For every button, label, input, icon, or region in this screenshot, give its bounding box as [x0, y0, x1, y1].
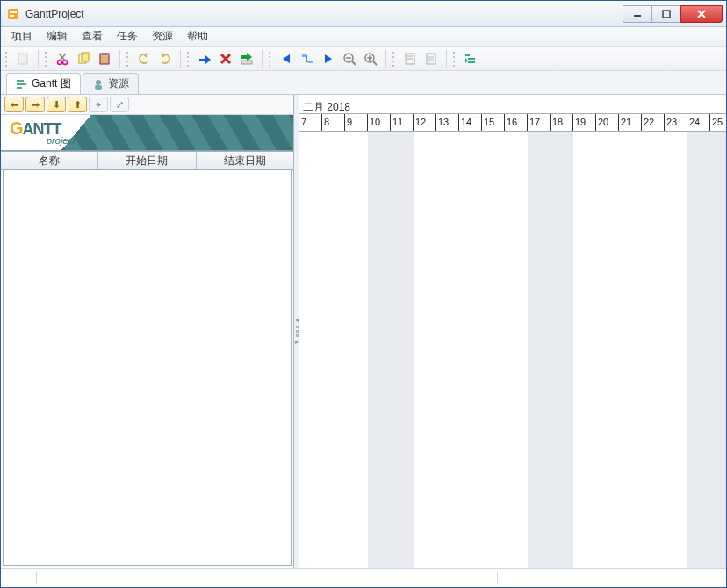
logo-banner: GANTT project	[1, 114, 293, 151]
day-header-cell: 10	[368, 114, 391, 131]
svg-point-8	[58, 60, 62, 64]
day-scale: 78910111213141516171819202122232425	[299, 113, 726, 131]
toolbar-grip	[452, 50, 457, 68]
col-name-header[interactable]: 名称	[1, 152, 98, 169]
nav-center-button[interactable]: ⌖	[89, 97, 108, 112]
menu-item-1[interactable]: 编辑	[40, 27, 75, 46]
svg-rect-15	[102, 53, 107, 55]
day-header-cell: 15	[482, 114, 505, 131]
day-column	[391, 132, 414, 568]
day-column	[345, 132, 368, 568]
day-header-cell: 16	[505, 114, 528, 131]
task-nav-toolbar: ⬅➡⬇⬆⌖⤢	[1, 95, 293, 114]
back-button[interactable]	[277, 49, 296, 68]
splitter-left-icon: ◂	[295, 317, 299, 324]
statusbar-separator	[36, 572, 37, 584]
statusbar-separator	[497, 572, 498, 584]
svg-rect-1	[10, 11, 17, 13]
new-file-button[interactable]	[13, 49, 32, 68]
close-button[interactable]	[680, 5, 723, 23]
col-end-header[interactable]: 结束日期	[197, 152, 293, 169]
day-header-cell: 14	[459, 114, 482, 131]
nav-zoom-fit-button[interactable]: ⤢	[110, 97, 129, 112]
splitter-right-icon: ▸	[295, 339, 299, 346]
menu-item-4[interactable]: 资源	[145, 27, 180, 46]
day-header-cell: 9	[345, 114, 368, 131]
day-header-cell: 24	[687, 114, 710, 131]
svg-rect-2	[10, 15, 14, 17]
day-header-cell: 7	[299, 114, 322, 131]
svg-rect-0	[8, 9, 18, 19]
nav-up-button[interactable]: ⬆	[68, 97, 87, 112]
svg-rect-44	[17, 83, 26, 85]
toolbar-grip	[186, 50, 191, 68]
redo-button[interactable]	[155, 49, 175, 68]
svg-rect-22	[241, 61, 252, 64]
window-controls	[623, 5, 723, 23]
paste-button[interactable]	[95, 49, 114, 68]
doc-alt-button[interactable]	[421, 49, 441, 68]
nav-down-button[interactable]: ⬇	[47, 97, 66, 112]
menu-item-3[interactable]: 任务	[110, 27, 145, 46]
day-column	[414, 132, 436, 568]
forward-button[interactable]	[319, 49, 338, 68]
toolbar-separator	[446, 50, 447, 68]
day-column	[368, 132, 391, 568]
day-column	[299, 132, 322, 568]
task-table-body[interactable]	[3, 170, 292, 566]
day-column	[528, 132, 551, 568]
nav-forward-button[interactable]: ➡	[25, 97, 45, 112]
toolbar-grip	[4, 50, 10, 68]
gantt-chart-pane: 二月 2018 78910111213141516171819202122232…	[299, 95, 726, 568]
day-column	[642, 132, 665, 568]
app-window: GanttProject 项目编辑查看任务资源帮助 Gantt 图资源 ⬅➡⬇⬆…	[0, 0, 727, 588]
zoom-out-button[interactable]	[340, 49, 359, 68]
resource-tab-icon	[92, 78, 104, 90]
goto-date-button[interactable]	[237, 49, 256, 68]
svg-rect-4	[663, 11, 670, 18]
svg-rect-25	[308, 61, 313, 63]
gantt-tab-icon	[16, 78, 28, 90]
day-header-cell: 19	[573, 114, 596, 131]
undo-button[interactable]	[134, 49, 154, 68]
toolbar-grip	[126, 50, 131, 68]
svg-marker-23	[283, 54, 290, 63]
day-column	[551, 132, 573, 568]
maximize-button[interactable]	[651, 5, 681, 23]
app-icon	[6, 7, 20, 21]
doc-button[interactable]	[400, 49, 420, 68]
menu-item-2[interactable]: 查看	[75, 27, 110, 46]
zoom-in-button[interactable]	[361, 49, 380, 68]
svg-rect-7	[18, 54, 27, 64]
tab-label: Gantt 图	[32, 76, 71, 91]
cut-button[interactable]	[53, 49, 72, 68]
gantt-canvas[interactable]	[299, 132, 726, 568]
toolbar-separator	[385, 50, 386, 68]
copy-button[interactable]	[74, 49, 93, 68]
task-table-header: 名称 开始日期 结束日期	[1, 151, 293, 170]
timeline-header: 二月 2018 78910111213141516171819202122232…	[299, 95, 726, 132]
nav-back-button[interactable]: ⬅	[4, 97, 24, 112]
day-column	[459, 132, 482, 568]
menu-item-5[interactable]: 帮助	[180, 27, 215, 46]
view-tabs: Gantt 图资源	[1, 71, 726, 94]
minimize-button[interactable]	[623, 5, 652, 23]
day-header-cell: 21	[619, 114, 642, 131]
col-start-header[interactable]: 开始日期	[98, 152, 196, 169]
tab-0[interactable]: Gantt 图	[6, 73, 81, 94]
svg-rect-45	[17, 87, 22, 89]
menu-item-0[interactable]: 项目	[4, 27, 40, 46]
day-column	[596, 132, 619, 568]
link-button[interactable]	[298, 49, 317, 68]
svg-line-28	[352, 61, 356, 65]
day-header-cell: 18	[551, 114, 573, 131]
tab-1[interactable]: 资源	[83, 73, 139, 94]
delete-button[interactable]	[216, 49, 235, 68]
toolbar-separator	[38, 50, 39, 68]
day-column	[665, 132, 687, 568]
svg-rect-47	[95, 85, 102, 90]
day-column	[322, 132, 345, 568]
indent-button[interactable]	[461, 49, 480, 68]
goto-today-button[interactable]	[195, 49, 214, 68]
svg-line-31	[373, 61, 377, 65]
